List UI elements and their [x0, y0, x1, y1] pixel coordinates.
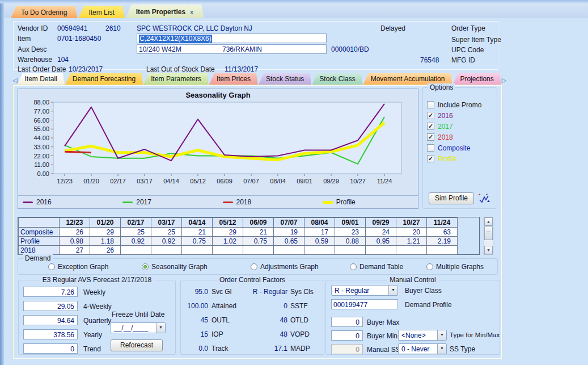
- manual-ss-input[interactable]: 0: [331, 344, 363, 354]
- radio-button[interactable]: [350, 263, 357, 270]
- forecast-trend-input[interactable]: 0: [23, 343, 78, 354]
- vendor-id-label: Vendor ID: [18, 24, 48, 32]
- radio-button[interactable]: [142, 263, 149, 270]
- ocf-sys-cls-label: Sys Cls: [290, 288, 314, 296]
- tab-item-properties[interactable]: Item Propertiesx: [126, 5, 204, 18]
- manual-control-title: Manual Control: [387, 276, 438, 284]
- svg-text:77.00: 77.00: [33, 108, 49, 115]
- row-header: Composite: [19, 228, 60, 237]
- radio-adjustments-graph[interactable]: Adjustments Graph: [251, 263, 319, 271]
- tab-item-list[interactable]: Item List: [78, 6, 124, 18]
- row-header: Profile: [19, 237, 60, 246]
- table-cell: 25: [121, 228, 151, 237]
- checkbox-profile[interactable]: ✓: [427, 155, 434, 162]
- table-scrollbar[interactable]: ▲ ▼: [484, 217, 493, 255]
- table-cell: 29: [213, 228, 243, 237]
- checkbox-composite[interactable]: [427, 144, 434, 152]
- table-cell: 0.95: [366, 237, 396, 246]
- chevron-down-icon[interactable]: ▼: [156, 323, 165, 333]
- upc-code-label: UPC Code: [451, 46, 484, 54]
- forecast-4-weekly-input[interactable]: 29.05: [23, 301, 78, 311]
- subtab-stock-status[interactable]: Stock Status: [259, 73, 311, 85]
- table-cell: 0.88: [335, 237, 366, 246]
- minmax-type-label: Type for Min/Max: [450, 332, 500, 338]
- subtab-label: Item Parameters: [151, 75, 201, 83]
- radio-button[interactable]: [48, 263, 55, 270]
- item-label: Item: [18, 35, 31, 43]
- subtab-item-detail[interactable]: Item Detail: [17, 73, 64, 85]
- scrollbar-thumb[interactable]: [484, 226, 493, 240]
- ocf-svc-gl-label: Svc Gl: [211, 288, 231, 296]
- table-cell: 27: [60, 246, 90, 255]
- radio-button[interactable]: [426, 263, 433, 270]
- item-subtabs: ◁Item DetailDemand ForecastingItem Param…: [12, 73, 502, 85]
- subtab-item-prices[interactable]: Item Prices: [209, 73, 258, 85]
- forecast-trend-label: Trend: [83, 345, 101, 353]
- subtab-item-parameters[interactable]: Item Parameters: [143, 73, 209, 85]
- forecast-yearly-input[interactable]: 378.56: [23, 329, 78, 339]
- checkbox-2017[interactable]: ✓: [427, 123, 434, 130]
- table-cell: 2.19: [427, 237, 458, 246]
- scroll-down-icon[interactable]: ▼: [484, 246, 493, 254]
- forecast-weekly-input[interactable]: 7.26: [23, 287, 78, 297]
- options-title: Options: [428, 83, 455, 91]
- forecast-quarterly-input[interactable]: 94.64: [23, 315, 78, 325]
- chevron-down-icon[interactable]: ▼: [437, 344, 446, 354]
- legend-swatch: [122, 202, 133, 203]
- ss-type-value: 0 - Never: [401, 345, 429, 353]
- option-composite: Composite: [427, 144, 470, 152]
- legend-label: Profile: [336, 198, 356, 206]
- subtab-label: Stock Class: [319, 75, 355, 83]
- demand-forecasting-content: Seasonality Graph 0.0011.0022.0033.0044.…: [12, 85, 502, 359]
- aux-desc-input[interactable]: 10/240 W42M 736/RKAMIN: [137, 44, 327, 54]
- checkbox-2016[interactable]: ✓: [427, 112, 434, 119]
- buyer-min-input[interactable]: 0: [331, 330, 363, 341]
- sim-profile-icon[interactable]: * *: [479, 192, 490, 204]
- order-control-title: Order Control Factors: [217, 276, 288, 284]
- freeze-until-date-combo[interactable]: __/__/____ ▼: [111, 322, 166, 333]
- scroll-up-icon[interactable]: ▲: [484, 217, 493, 226]
- tab-label: Item Properties: [136, 8, 185, 16]
- table-cell: 0.65: [274, 237, 304, 246]
- chevron-down-icon[interactable]: ▼: [388, 286, 397, 295]
- freeze-until-date-label: Freeze Until Date: [112, 311, 164, 318]
- subtab-label: Stock Status: [266, 75, 304, 83]
- forecast-weekly-label: Weekly: [83, 288, 105, 296]
- subtab-demand-forecasting[interactable]: Demand Forecasting: [65, 73, 143, 85]
- minmax-type-combo[interactable]: <None> ▼: [398, 330, 447, 341]
- buyer-max-input[interactable]: 0: [331, 317, 363, 327]
- seasonality-chart: 0.0011.0022.0033.0044.0055.0066.0077.008…: [18, 99, 417, 190]
- table-cell: 25: [151, 228, 182, 237]
- chevron-down-icon[interactable]: ▼: [437, 330, 446, 340]
- ss-type-combo[interactable]: 0 - Never ▼: [398, 343, 447, 354]
- order-control-groupbox: Order Control Factors 95.0Svc Gl100.00At…: [180, 280, 324, 355]
- table-cell: [151, 246, 182, 255]
- close-icon[interactable]: x: [190, 9, 193, 15]
- table-cell: 23: [335, 228, 366, 237]
- sim-profile-button[interactable]: Sim Profile: [429, 192, 474, 204]
- item-header-panel: Vendor ID 00594941 2610 SPC WESTROCK CP,…: [12, 20, 499, 70]
- subtab-projections[interactable]: Projections: [452, 73, 501, 85]
- legend-label: 2017: [136, 198, 151, 206]
- subtab-movement-accumulation[interactable]: Movement Accumulation: [363, 73, 452, 85]
- subtab-label: Item Prices: [217, 75, 251, 83]
- demand-profile-input[interactable]: 000199477: [331, 299, 398, 309]
- checkbox-include-promo[interactable]: [427, 101, 434, 108]
- reforecast-button[interactable]: Reforecast: [111, 339, 163, 351]
- scroll-tabs-left-icon[interactable]: ◁: [12, 75, 17, 85]
- item-desc-input[interactable]: C,24X12X12(X10X8X6): [137, 33, 327, 43]
- radio-seasonality-graph[interactable]: Seasonality Graph: [142, 263, 208, 271]
- subtab-stock-class[interactable]: Stock Class: [312, 73, 362, 85]
- checkbox-2018[interactable]: ✓: [427, 133, 434, 141]
- tab-to-do-ordering[interactable]: To Do Ordering: [11, 6, 77, 18]
- scroll-tabs-right-icon[interactable]: ▷: [502, 75, 506, 85]
- radio-button[interactable]: [251, 263, 257, 270]
- radio-multiple-graphs[interactable]: Multiple Graphs: [426, 263, 484, 271]
- column-header: 03/17: [151, 218, 182, 228]
- buyer-class-combo[interactable]: R - Regular ▼: [331, 285, 398, 296]
- radio-exception-graph[interactable]: Exception Graph: [48, 263, 108, 271]
- mfg-id-value: 76548: [420, 56, 439, 64]
- ocf-sys-cls-value: R - Regular: [238, 288, 287, 296]
- radio-demand-table[interactable]: Demand Table: [350, 263, 403, 271]
- ocf-otld-label: OTLD: [290, 316, 308, 324]
